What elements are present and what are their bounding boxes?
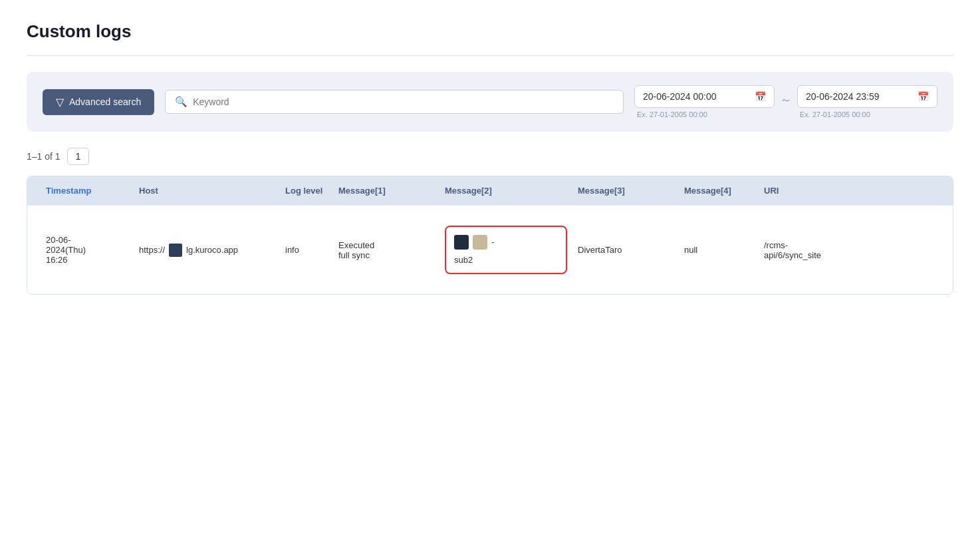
keyword-input[interactable] bbox=[193, 96, 614, 107]
msg2-icon-light bbox=[473, 235, 487, 250]
date-start-field: 📅 bbox=[634, 85, 775, 108]
section-divider bbox=[27, 55, 953, 56]
page-container: Custom logs ▽ Advanced search 🔍 📅 Ex. 27… bbox=[0, 0, 980, 543]
pagination-info: 1–1 of 1 1 bbox=[27, 148, 953, 165]
date-start-hint: Ex. 27-01-2005 00:00 bbox=[634, 110, 775, 118]
th-message4[interactable]: Message[4] bbox=[679, 186, 759, 196]
page-1-button[interactable]: 1 bbox=[67, 148, 90, 165]
host-suffix: lg.kuroco.app bbox=[186, 245, 238, 255]
td-uri: /rcms-api/6/sync_site bbox=[759, 240, 939, 260]
td-timestamp: 20-06-2024(Thu)16:26 bbox=[41, 235, 134, 265]
date-end-hint: Ex. 27-01-2005 00:00 bbox=[797, 110, 937, 118]
th-message1[interactable]: Message[1] bbox=[333, 186, 439, 196]
msg2-icon-dark bbox=[454, 235, 469, 250]
host-icon bbox=[169, 244, 182, 257]
date-range-group: 📅 Ex. 27-01-2005 00:00 ～ 📅 Ex. 27-01-200… bbox=[634, 85, 937, 118]
advanced-search-button[interactable]: ▽ Advanced search bbox=[43, 89, 154, 115]
date-start-input[interactable] bbox=[643, 91, 749, 102]
msg2-sub2-label: sub2 bbox=[454, 255, 558, 265]
advanced-search-label: Advanced search bbox=[69, 96, 141, 107]
td-loglevel: info bbox=[280, 245, 333, 255]
message2-highlighted-cell: - sub2 bbox=[445, 226, 567, 274]
date-end-wrapper: 📅 Ex. 27-01-2005 00:00 bbox=[797, 85, 937, 118]
th-host[interactable]: Host bbox=[134, 186, 280, 196]
th-timestamp[interactable]: Timestamp bbox=[41, 186, 134, 196]
pagination-text: 1–1 of 1 bbox=[27, 151, 61, 162]
th-uri[interactable]: URI bbox=[759, 186, 939, 196]
msg2-icons: - bbox=[454, 235, 558, 250]
calendar-end-icon[interactable]: 📅 bbox=[918, 91, 929, 102]
table-row: 20-06-2024(Thu)16:26 https:// lg.kuroco.… bbox=[27, 205, 953, 294]
table-header: Timestamp Host Log level Message[1] Mess… bbox=[27, 176, 953, 205]
th-message2[interactable]: Message[2] bbox=[439, 186, 572, 196]
host-prefix: https:// bbox=[139, 245, 165, 255]
date-start-wrapper: 📅 Ex. 27-01-2005 00:00 bbox=[634, 85, 775, 118]
search-icon: 🔍 bbox=[175, 96, 187, 108]
msg2-dash: - bbox=[491, 237, 495, 248]
date-end-input[interactable] bbox=[806, 91, 912, 102]
calendar-start-icon[interactable]: 📅 bbox=[755, 91, 766, 102]
table-container: Timestamp Host Log level Message[1] Mess… bbox=[27, 176, 953, 295]
td-message4: null bbox=[679, 245, 759, 255]
td-message3: DivertaTaro bbox=[572, 245, 679, 255]
td-host: https:// lg.kuroco.app bbox=[134, 244, 280, 257]
keyword-input-wrapper: 🔍 bbox=[165, 90, 624, 114]
date-end-field: 📅 bbox=[797, 85, 937, 108]
th-loglevel[interactable]: Log level bbox=[280, 186, 333, 196]
th-message3[interactable]: Message[3] bbox=[572, 186, 679, 196]
search-bar: ▽ Advanced search 🔍 📅 Ex. 27-01-2005 00:… bbox=[27, 72, 953, 132]
td-message1: Executedfull sync bbox=[333, 240, 439, 260]
date-range-separator: ～ bbox=[780, 85, 792, 108]
td-message2: - sub2 bbox=[439, 226, 572, 274]
filter-icon: ▽ bbox=[56, 96, 64, 108]
page-title: Custom logs bbox=[27, 21, 953, 42]
